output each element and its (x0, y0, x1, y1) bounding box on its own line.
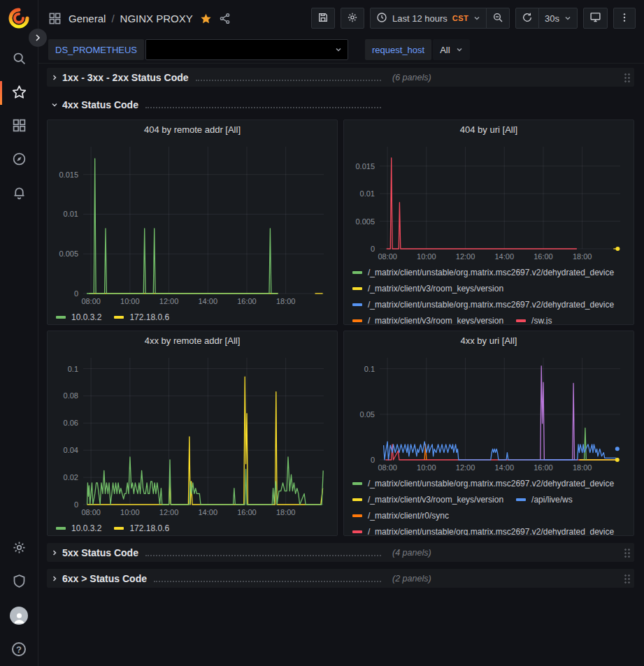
legend-item[interactable]: /_matrix/client/v3/room_keys/version (352, 316, 503, 325)
row-6xx-status-code[interactable]: 6xx > Status Code (2 panels) (47, 569, 634, 588)
avatar (10, 607, 28, 625)
row-title[interactable]: 4xx Status Code (62, 99, 138, 110)
chart-canvas[interactable]: 00.0050.010.01508:0010:0012:0014:0016:00… (52, 140, 331, 307)
variable-label-ds-prometheus[interactable]: DS_PROMETHEUS (48, 39, 144, 60)
sidebar-item-alerting[interactable] (0, 177, 38, 210)
panel-4xx-by-uri: 4xx by uri [All] 00.050.108:0010:0012:00… (343, 331, 634, 536)
sidebar-expand-button[interactable] (29, 29, 47, 47)
sidebar-item-help[interactable]: ? (0, 632, 38, 666)
chart-canvas[interactable]: 00.050.108:0010:0012:0014:0016:0018:00 (349, 351, 627, 474)
panel-404-by-remote-addr: 404 by remote addr [All] 00.0050.010.015… (47, 120, 338, 325)
breadcrumb: General / NGINX PROXY (69, 13, 193, 24)
row-title[interactable]: 1xx - 3xx - 2xx Status Code (62, 72, 189, 83)
svg-text:18:00: 18:00 (573, 463, 592, 472)
svg-text:08:00: 08:00 (81, 297, 101, 305)
legend-row: /_matrix/client/unstable/org.matrix.msc2… (352, 296, 625, 312)
breadcrumb-separator: / (111, 13, 114, 24)
legend-item[interactable]: /api/live/ws (516, 495, 573, 505)
panel-title[interactable]: 404 by uri [All] (349, 120, 629, 140)
legend-row: /_matrix/client/unstable/org.matrix.msc2… (352, 523, 625, 535)
svg-text:10:00: 10:00 (417, 463, 436, 472)
sidebar-item-starred[interactable] (0, 76, 38, 110)
dashboard-scroll-area[interactable]: 1xx - 3xx - 2xx Status Code (6 panels) 4… (38, 64, 644, 666)
share-icon[interactable] (219, 13, 231, 24)
svg-text:16:00: 16:00 (534, 252, 553, 261)
sidebar-item-configuration[interactable] (0, 532, 38, 565)
legend-item[interactable]: 172.18.0.6 (114, 312, 169, 322)
variable-value-ds-prometheus[interactable] (145, 39, 348, 60)
panel-title[interactable]: 404 by remote addr [All] (52, 120, 332, 140)
sidebar-item-search[interactable] (0, 43, 38, 76)
drag-handle-icon[interactable] (624, 548, 630, 558)
row-1xx-3xx-2xx-status-code[interactable]: 1xx - 3xx - 2xx Status Code (6 panels) (47, 68, 634, 87)
svg-text:14:00: 14:00 (199, 508, 218, 516)
legend-item[interactable]: /_matrix/client/v3/room_keys/version (352, 284, 503, 294)
legend-item[interactable]: 172.18.0.6 (114, 523, 169, 533)
chart-canvas[interactable]: 00.020.040.060.080.108:0010:0012:0014:00… (52, 351, 331, 519)
sidebar-item-dashboards[interactable] (0, 110, 38, 143)
legend-item[interactable]: 10.0.3.2 (56, 523, 101, 533)
favorite-star-icon[interactable] (200, 13, 212, 24)
row-dotted-line (154, 581, 381, 582)
legend-item[interactable]: /_matrix/client/unstable/org.matrix.msc2… (352, 268, 614, 277)
svg-text:12:00: 12:00 (159, 297, 179, 305)
legend-item[interactable]: /_matrix/client/v3/room_keys/version (352, 495, 503, 505)
refresh-interval-value: 30s (545, 13, 559, 24)
legend-label: /_matrix/client/v3/room_keys/version (368, 316, 503, 325)
panel-title[interactable]: 4xx by uri [All] (349, 331, 629, 351)
legend-item[interactable]: /_matrix/client/r0/sync (352, 511, 449, 521)
cycle-view-mode-button[interactable] (583, 8, 608, 29)
panel-title[interactable]: 4xx by remote addr [All] (52, 331, 332, 351)
refresh-button[interactable] (515, 8, 539, 29)
sidebar-item-explore[interactable] (0, 143, 38, 177)
svg-text:10:00: 10:00 (417, 252, 436, 261)
legend-item[interactable]: 10.0.3.2 (56, 312, 101, 322)
panel-4xx-by-remote-addr: 4xx by remote addr [All] 00.020.040.060.… (47, 331, 338, 536)
variable-value-request-host[interactable]: All (433, 39, 469, 60)
legend-row: /_matrix/client/v3/room_keys/version (352, 280, 625, 296)
legend-item[interactable]: /_matrix/client/unstable/org.matrix.msc2… (352, 300, 614, 310)
breadcrumb-section[interactable]: General (69, 13, 106, 24)
refresh-icon (522, 12, 533, 25)
chevron-down-icon (456, 45, 463, 55)
row-dotted-line (196, 80, 381, 81)
variable-label-request-host[interactable]: request_host (365, 39, 431, 60)
svg-text:10:00: 10:00 (120, 508, 140, 516)
refresh-interval-dropdown[interactable]: 30s (538, 8, 578, 29)
chevron-down-icon (51, 101, 58, 108)
more-options-button[interactable] (613, 8, 636, 29)
grafana-logo-icon[interactable] (7, 6, 31, 30)
sidebar-item-server-admin[interactable] (0, 565, 38, 599)
dashboard-header: General / NGINX PROXY Last 12 hours (38, 0, 644, 36)
svg-text:18:00: 18:00 (276, 508, 296, 516)
sidebar-item-profile[interactable] (0, 599, 38, 632)
row-5xx-status-code[interactable]: 5xx Status Code (4 panels) (47, 543, 634, 562)
dashboard-settings-button[interactable] (341, 8, 364, 29)
svg-text:0.06: 0.06 (64, 419, 78, 427)
legend-label: /_matrix/client/v3/room_keys/version (368, 495, 503, 505)
svg-text:0.01: 0.01 (360, 189, 375, 198)
save-dashboard-button[interactable] (311, 8, 335, 29)
legend-item[interactable]: /_matrix/client/unstable/org.matrix.msc2… (352, 527, 614, 536)
row-title[interactable]: 6xx > Status Code (62, 573, 147, 584)
legend-label: 10.0.3.2 (71, 312, 101, 322)
svg-text:10:00: 10:00 (120, 297, 140, 305)
apps-grid-icon (48, 12, 62, 25)
drag-handle-icon[interactable] (624, 73, 630, 82)
monitor-icon (589, 11, 601, 25)
svg-text:18:00: 18:00 (276, 297, 296, 305)
row-title[interactable]: 5xx Status Code (62, 547, 138, 558)
legend-item[interactable]: /sw.js (516, 316, 552, 325)
refresh-group: 30s (515, 8, 578, 29)
zoom-out-button[interactable] (486, 8, 510, 29)
legend-item[interactable]: /_matrix/client/unstable/org.matrix.msc2… (352, 479, 614, 488)
panel-404-by-uri: 404 by uri [All] 00.0050.010.01508:0010:… (343, 120, 634, 325)
page-title[interactable]: NGINX PROXY (120, 13, 193, 24)
chart-canvas[interactable]: 00.0050.010.01508:0010:0012:0014:0016:00… (349, 140, 627, 263)
time-range-button[interactable]: Last 12 hours CST (370, 8, 487, 29)
row-4xx-status-code[interactable]: 4xx Status Code (47, 95, 634, 114)
drag-handle-icon[interactable] (624, 574, 630, 584)
time-range-label: Last 12 hours (392, 13, 448, 24)
variable-value-text: All (440, 45, 450, 55)
svg-text:0: 0 (74, 289, 78, 298)
